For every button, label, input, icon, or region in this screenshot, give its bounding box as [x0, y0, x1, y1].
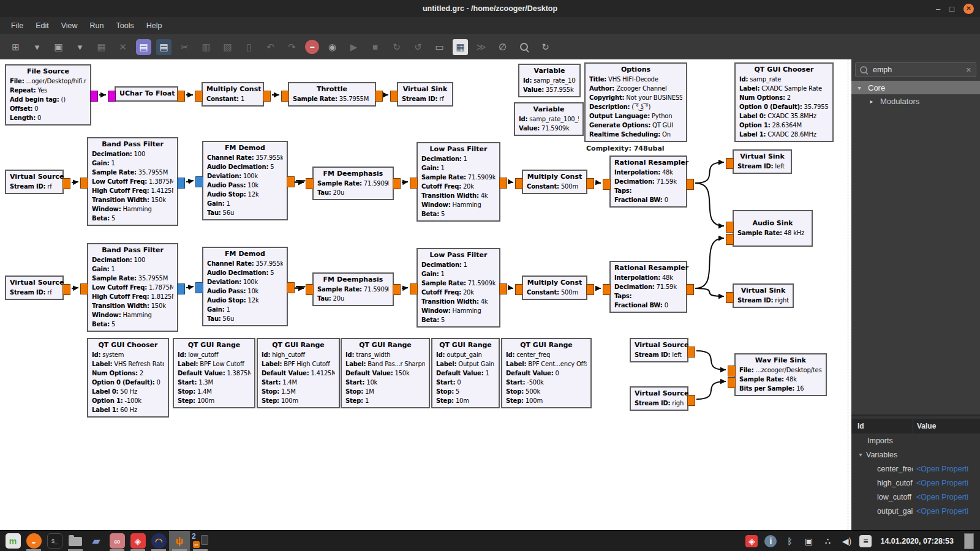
new-flowgraph-icon[interactable]: ⊞: [7, 39, 24, 55]
port-in-0[interactable]: [726, 158, 734, 169]
block-variable_samp_rate_100_5[interactable]: VariableId: samp_rate_100_5Value: 71.590…: [514, 102, 584, 136]
block-rational_resampler_0[interactable]: Rational ResamplerInterpolation: 48kDeci…: [609, 156, 687, 208]
port-out-0[interactable]: [287, 282, 295, 293]
tray-display-icon[interactable]: ▣: [802, 535, 815, 547]
duplicate-flowgraph-icon[interactable]: ▣: [50, 39, 67, 55]
port-in-0[interactable]: [603, 284, 611, 295]
port-in-0[interactable]: [515, 178, 523, 189]
block-rational_resampler_1[interactable]: Rational ResamplerInterpolation: 48kDeci…: [609, 261, 687, 313]
window-group-calc-launcher[interactable]: 2x=: [190, 531, 211, 551]
port-in-0[interactable]: [195, 176, 203, 187]
block-fm_deemphasis_0[interactable]: FM DeemphasisSample Rate: 71.5909kTau: 2…: [312, 167, 394, 200]
port-in-0[interactable]: [281, 91, 289, 102]
port-out-0[interactable]: [686, 179, 694, 190]
port-out-0[interactable]: [375, 91, 383, 102]
block-band_pass_filter_0[interactable]: Band Pass FilterDecimation: 100Gain: 1Sa…: [87, 137, 178, 226]
sidebar-item-core[interactable]: ▾Core: [851, 81, 980, 94]
maximize-button[interactable]: □: [949, 5, 954, 13]
cut-icon[interactable]: ✂: [176, 39, 193, 55]
block-qt_gui_range_high_cutoff[interactable]: QT GUI RangeId: high_cutoffLabel: BPF Hi…: [257, 338, 340, 408]
block-qt_gui_chooser_samp_rate[interactable]: QT GUI ChooserId: samp_rateLabel: CXADC …: [734, 62, 834, 142]
block-uchar_to_float[interactable]: UChar To Float: [115, 86, 178, 102]
block-virtual_source_right[interactable]: Virtual SourceStream ID: right: [630, 386, 688, 411]
gnuradio-launcher[interactable]: ψ: [169, 531, 190, 551]
port-out-0[interactable]: [177, 178, 185, 189]
block-qt_gui_range_trans_width[interactable]: QT GUI RangeId: trans_widthLabel: Band P…: [341, 338, 430, 408]
table-row-imports[interactable]: Imports: [851, 433, 980, 448]
menu-tools[interactable]: Tools: [110, 20, 140, 32]
app-red-diamond-launcher[interactable]: ◈: [127, 531, 148, 551]
block-virtual_source_rf_1[interactable]: Virtual SourceStream ID: rf: [5, 276, 64, 300]
menu-edit[interactable]: Edit: [29, 20, 55, 32]
port-in-0[interactable]: [80, 178, 88, 189]
table-row-variables[interactable]: ▾Variables: [851, 448, 980, 462]
port-out-0[interactable]: [62, 178, 70, 189]
flowgraph-properties-icon[interactable]: ▤: [136, 39, 151, 55]
table-row-center_freq[interactable]: center_freq<Open Properti: [851, 462, 980, 476]
block-virtual_source_rf_0[interactable]: Virtual SourceStream ID: rf: [5, 170, 64, 194]
port-out-0[interactable]: [263, 91, 271, 102]
minimize-button[interactable]: –: [936, 5, 940, 13]
toggle-window-icon[interactable]: ▭: [431, 39, 448, 55]
block-virtual_sink_left[interactable]: Virtual SinkStream ID: left: [733, 149, 792, 174]
fast-forward-icon[interactable]: ≫: [473, 39, 489, 55]
port-in-1[interactable]: [728, 377, 736, 388]
app-goggles-launcher[interactable]: ∞: [107, 531, 127, 551]
tray-bluetooth-icon[interactable]: ᛒ: [783, 535, 796, 547]
new-dropdown-icon[interactable]: ▾: [29, 39, 45, 55]
port-in-0[interactable]: [410, 178, 418, 189]
port-out-0[interactable]: [499, 178, 507, 189]
mint-menu-launcher[interactable]: m: [2, 531, 23, 551]
port-out-0[interactable]: [686, 284, 694, 295]
block-fm_deemphasis_1[interactable]: FM DeemphasisSample Rate: 71.5909kTau: 2…: [312, 272, 394, 306]
port-out-0[interactable]: [287, 176, 295, 187]
clear-search-icon[interactable]: ✕: [966, 66, 971, 74]
zoom-icon[interactable]: [516, 39, 532, 55]
errors-icon[interactable]: −: [305, 40, 319, 54]
port-in-0[interactable]: [195, 282, 203, 293]
flowgraph-canvas[interactable]: Complexity: 748ubal File SourceFile: ...…: [0, 59, 851, 530]
port-in-1[interactable]: [726, 234, 734, 245]
menu-run[interactable]: Run: [84, 20, 110, 32]
port-in-0[interactable]: [80, 283, 88, 294]
tree-caret-icon[interactable]: ▾: [856, 84, 862, 91]
port-in-0[interactable]: [728, 365, 736, 377]
table-row-output_gain[interactable]: output_gain<Open Properti: [851, 504, 980, 518]
tray-shield-icon[interactable]: i: [764, 535, 777, 547]
block-qt_gui_range_center_freq[interactable]: QT GUI RangeId: center_freqLabel: BPF Ce…: [501, 338, 592, 408]
print-icon[interactable]: ▤: [156, 39, 172, 55]
block-fm_demod_0[interactable]: FM DemodChannel Rate: 357.955kAudio Deci…: [202, 141, 288, 220]
block-virtual_sink_right[interactable]: Virtual SinkStream ID: right: [733, 283, 794, 308]
port-in-0[interactable]: [306, 178, 314, 189]
restart-icon[interactable]: ↻: [388, 39, 405, 55]
block-qt_gui_range_low_cutoff[interactable]: QT GUI RangeId: low_cutoffLabel: BPF Low…: [173, 338, 255, 408]
delete-icon[interactable]: ▯: [241, 39, 257, 55]
port-out-0[interactable]: [90, 91, 98, 102]
disable-blocks-icon[interactable]: ∅: [494, 39, 511, 55]
port-in-0[interactable]: [515, 284, 523, 295]
port-in-0[interactable]: [108, 91, 116, 102]
port-out-0[interactable]: [499, 283, 507, 294]
port-in-0[interactable]: [410, 283, 418, 294]
menu-file[interactable]: File: [5, 20, 29, 32]
port-out-0[interactable]: [393, 284, 401, 295]
block-multiply_const_0[interactable]: Multiply ConstConstant: 1: [202, 82, 264, 107]
table-row-high_cutoff[interactable]: high_cutoff<Open Properti: [851, 476, 980, 490]
show-desktop-button[interactable]: [964, 533, 974, 549]
menu-help[interactable]: Help: [140, 20, 168, 32]
rotate-block-icon[interactable]: ↻: [537, 39, 554, 55]
app-navy-launcher[interactable]: ◠: [148, 531, 169, 551]
block-virtual_sink_rf[interactable]: Virtual SinkStream ID: rf: [397, 82, 453, 107]
run-icon[interactable]: ▶: [345, 39, 362, 55]
block-multiply_const_1[interactable]: Multiply ConstConstant: 500m: [522, 170, 587, 194]
port-out-0[interactable]: [62, 284, 70, 295]
tray-red-diamond-icon[interactable]: ◈: [745, 535, 758, 547]
close-button[interactable]: ✕: [963, 4, 974, 14]
block-options[interactable]: OptionsTitle: VHS HIFI-DecodeAuthor: Zco…: [584, 62, 687, 142]
port-out-0[interactable]: [177, 283, 185, 294]
block-low_pass_filter_0[interactable]: Low Pass FilterDecimation: 1Gain: 1Sampl…: [417, 142, 500, 222]
block-variable_samp_rate_100[interactable]: VariableId: samp_rate_100Value: 357.955k: [518, 64, 581, 97]
open-properties-link[interactable]: <Open Properti: [916, 493, 968, 501]
port-out-0[interactable]: [687, 347, 695, 358]
port-in-0[interactable]: [306, 284, 314, 295]
